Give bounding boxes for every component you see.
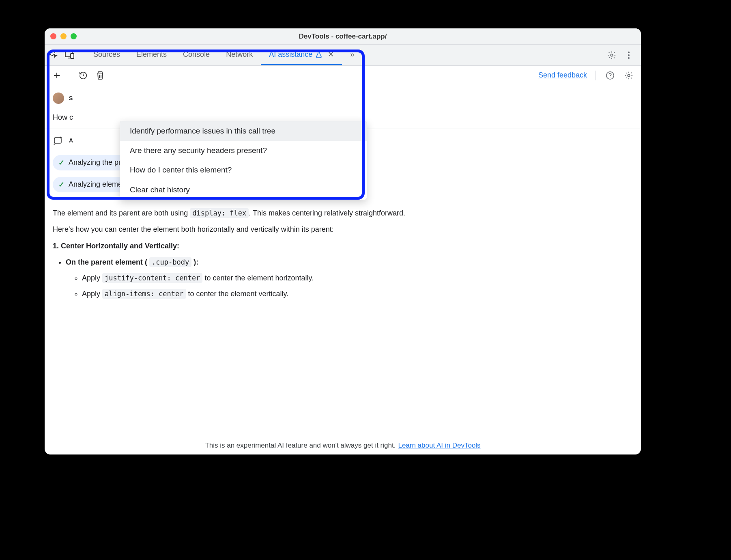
dropdown-item[interactable]: How do I center this element?: [120, 160, 367, 180]
ai-toolbar: Send feedback: [45, 66, 641, 85]
more-vert-icon[interactable]: [622, 49, 635, 62]
dropdown-item[interactable]: Identify performance issues in this call…: [120, 121, 367, 141]
history-dropdown: Identify performance issues in this call…: [120, 121, 367, 200]
response-heading: 1. Center Horizontally and Vertically:: [53, 242, 179, 250]
user-question: How c: [53, 113, 73, 121]
svg-rect-9: [54, 138, 61, 143]
divider: [595, 71, 596, 80]
footer: This is an experimental AI feature and w…: [45, 436, 641, 454]
tab-console[interactable]: Console: [175, 45, 218, 65]
svg-point-6: [628, 57, 630, 59]
tabs: Sources Elements Console Network AI assi…: [85, 45, 362, 65]
user-initial: S: [69, 95, 73, 101]
tabbar-right: [605, 49, 639, 62]
tab-elements[interactable]: Elements: [128, 45, 175, 65]
code-inline: align-items: center: [102, 289, 186, 299]
svg-point-3: [611, 54, 613, 56]
user-message-row: S: [45, 85, 641, 111]
ai-label: A: [69, 137, 73, 144]
maximize-window-button[interactable]: [71, 33, 77, 39]
flask-icon: [316, 51, 322, 58]
devtools-window: DevTools - coffee-cart.app/ Sources Elem…: [45, 28, 641, 454]
ai-response-body: The element and its parent are both usin…: [45, 198, 641, 308]
check-icon: ✓: [58, 158, 64, 167]
chat-content: S How c A ✓ Analyzing the prompt: [45, 85, 641, 436]
check-icon: ✓: [58, 180, 64, 189]
send-feedback-link[interactable]: Send feedback: [538, 71, 587, 80]
svg-point-5: [628, 54, 630, 56]
tabbar: Sources Elements Console Network AI assi…: [45, 45, 641, 66]
svg-rect-2: [71, 54, 74, 58]
code-inline: .cup-body: [149, 257, 191, 267]
inspect-element-icon[interactable]: [47, 48, 62, 62]
traffic-lights: [50, 33, 77, 39]
tab-overflow[interactable]: »: [342, 45, 362, 65]
svg-point-8: [628, 74, 630, 77]
tab-ai-assistance[interactable]: AI assistance ✕: [261, 45, 342, 65]
close-icon[interactable]: ✕: [328, 50, 334, 59]
titlebar: DevTools - coffee-cart.app/: [45, 28, 641, 45]
new-chat-icon[interactable]: [50, 69, 63, 82]
sparkle-icon: [53, 135, 64, 146]
minimize-window-button[interactable]: [60, 33, 67, 39]
gear-icon[interactable]: [605, 49, 618, 62]
window-title: DevTools - coffee-cart.app/: [45, 32, 641, 41]
gear-icon[interactable]: [622, 69, 635, 82]
tab-sources[interactable]: Sources: [85, 45, 128, 65]
avatar: [53, 93, 64, 104]
history-icon[interactable]: [77, 69, 90, 82]
learn-about-ai-link[interactable]: Learn about AI in DevTools: [398, 442, 480, 450]
code-inline: justify-content: center: [102, 273, 202, 283]
dropdown-clear-history[interactable]: Clear chat history: [120, 180, 367, 200]
device-toolbar-icon[interactable]: [62, 48, 77, 62]
close-window-button[interactable]: [50, 33, 56, 39]
tab-network[interactable]: Network: [218, 45, 261, 65]
divider: [70, 71, 70, 80]
dropdown-item[interactable]: Are there any security headers present?: [120, 141, 367, 160]
svg-point-4: [628, 52, 630, 53]
help-icon[interactable]: [604, 69, 617, 82]
code-inline: display: flex: [190, 208, 249, 218]
trash-icon[interactable]: [94, 69, 107, 82]
